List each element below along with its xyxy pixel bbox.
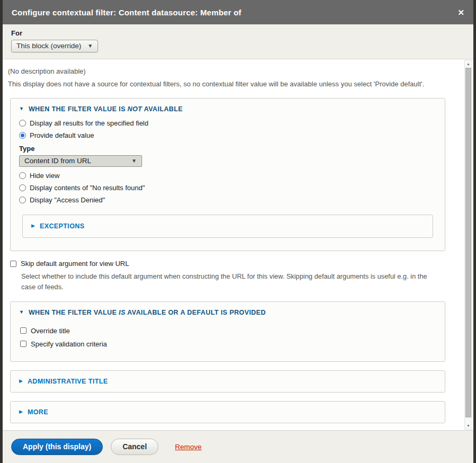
radio-display-all-results-label[interactable]: Display all results for the specified fi… [30,119,148,127]
fieldset-more-title: MORE [28,408,48,416]
chevron-down-icon: ▼ [131,158,137,164]
radio-provide-default-value[interactable]: Provide default value [19,131,436,139]
for-section: For This block (override) ▼ [3,24,473,59]
radio-hide-view[interactable]: Hide view [19,172,436,180]
radio-provide-default-value-label[interactable]: Provide default value [30,131,94,139]
fieldset-administrative-title-text: ADMINISTRATIVE TITLE [28,378,108,385]
checkbox-override-title[interactable]: Override title [20,327,436,335]
checkbox-skip-default-argument-label[interactable]: Skip default argument for view URL [21,260,129,268]
fieldset-filter-available: ▼ WHEN THE FILTER VALUE IS AVAILABLE OR … [10,301,445,362]
radio-checked-icon[interactable] [19,132,26,139]
radio-icon[interactable] [19,184,26,191]
no-description-text: (No description available) [8,66,455,76]
vertical-scrollbar[interactable]: ▲ ▼ [464,60,472,430]
fieldset-filter-not-available-legend[interactable]: ▼ WHEN THE FILTER VALUE IS NOT AVAILABLE [19,105,436,113]
dialog-footer: Apply (this display) Cancel Remove [3,430,473,463]
fieldset-administrative-title: ▶ ADMINISTRATIVE TITLE [10,370,445,393]
chevron-collapsed-icon: ▶ [31,223,35,228]
skip-default-argument-description: Select whether to include this default a… [21,271,434,293]
for-display-select[interactable]: This block (override) ▼ [11,40,98,52]
chevron-collapsed-icon: ▶ [19,378,23,384]
chevron-collapsed-icon: ▶ [19,409,23,414]
fieldset-more-legend[interactable]: ▶ MORE [19,408,436,416]
fieldset-filter-available-title: WHEN THE FILTER VALUE IS AVAILABLE OR A … [29,309,266,316]
checkbox-override-title-label[interactable]: Override title [31,327,70,335]
cancel-button[interactable]: Cancel [111,439,158,456]
checkbox-icon[interactable] [20,341,27,347]
fieldset-exceptions-legend[interactable]: ▶ EXCEPTIONS [31,222,424,230]
checkbox-specify-validation-label[interactable]: Specify validation criteria [31,340,107,348]
configure-contextual-filter-dialog: Configure contextual filter: Content dat… [3,0,473,463]
radio-display-all-results[interactable]: Display all results for the specified fi… [19,119,436,127]
fieldset-filter-available-legend[interactable]: ▼ WHEN THE FILTER VALUE IS AVAILABLE OR … [19,309,436,316]
checkbox-skip-default-argument[interactable]: Skip default argument for view URL [10,260,455,268]
radio-display-access-denied-label[interactable]: Display "Access Denied" [30,196,105,204]
radio-display-no-results[interactable]: Display contents of "No results found" [19,184,436,192]
default-type-select-value: Content ID from URL [24,157,91,165]
chevron-expanded-icon: ▼ [19,309,24,315]
fieldset-filter-not-available: ▼ WHEN THE FILTER VALUE IS NOT AVAILABLE… [10,98,445,251]
default-type-select[interactable]: Content ID from URL ▼ [19,155,142,167]
fieldset-administrative-title-legend[interactable]: ▶ ADMINISTRATIVE TITLE [19,378,436,385]
checkbox-specify-validation[interactable]: Specify validation criteria [20,340,436,348]
scroll-down-icon[interactable]: ▼ [465,422,472,429]
radio-icon[interactable] [19,120,26,127]
apply-button[interactable]: Apply (this display) [11,439,103,456]
display-note-text: This display does not have a source for … [8,78,455,90]
for-display-select-value: This block (override) [16,42,81,50]
radio-hide-view-label[interactable]: Hide view [30,172,59,180]
close-icon[interactable]: ✕ [457,8,464,16]
scrollbar-thumb[interactable] [465,68,471,417]
radio-icon[interactable] [19,172,26,179]
radio-display-no-results-label[interactable]: Display contents of "No results found" [30,184,145,192]
fieldset-filter-not-available-title: WHEN THE FILTER VALUE IS NOT AVAILABLE [29,105,183,113]
dialog-content: (No description available) This display … [3,59,473,430]
type-label: Type [19,145,436,153]
scroll-up-icon[interactable]: ▲ [465,60,472,67]
radio-icon[interactable] [19,197,26,203]
chevron-down-icon: ▼ [87,43,93,49]
for-label: For [11,29,465,37]
checkbox-icon[interactable] [20,327,27,334]
fieldset-exceptions: ▶ EXCEPTIONS [22,215,433,238]
dialog-titlebar: Configure contextual filter: Content dat… [3,0,473,24]
radio-display-access-denied[interactable]: Display "Access Denied" [19,196,436,204]
checkbox-icon[interactable] [10,261,16,267]
fieldset-more: ▶ MORE [10,401,445,423]
chevron-expanded-icon: ▼ [19,106,24,111]
fieldset-exceptions-title: EXCEPTIONS [40,222,85,230]
dialog-title: Configure contextual filter: Content dat… [12,8,457,17]
remove-link[interactable]: Remove [175,443,201,451]
